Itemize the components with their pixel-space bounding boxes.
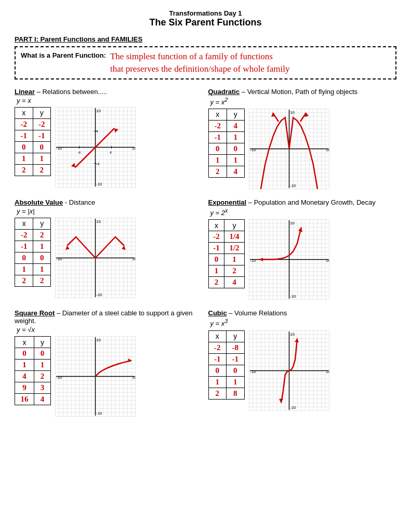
svg-text:10: 10 — [96, 109, 101, 113]
svg-text:10: 10 — [290, 110, 295, 115]
svg-text:-4: -4 — [77, 151, 81, 154]
exponential-title: Exponential – Population and Monetary Gr… — [208, 198, 397, 206]
def-text: The simplest function of a family of fun… — [110, 50, 290, 75]
quadratic-equation: y = x2 — [210, 97, 397, 106]
functions-grid: Linear – Relations between..... y = x xy… — [15, 88, 396, 417]
svg-text:10: 10 — [326, 369, 329, 374]
svg-text:-10: -10 — [96, 292, 102, 297]
svg-text:4: 4 — [110, 151, 112, 154]
svg-text:-4: -4 — [96, 162, 99, 166]
svg-text:4: 4 — [96, 129, 98, 133]
function-cubic: Cubic – Volume Relations y = x3 xy -2-8 … — [208, 309, 397, 417]
cubic-graph: 10 -10 10 -10 — [249, 330, 329, 411]
exponential-table: xy -21/4 -11/2 01 12 24 — [208, 219, 245, 288]
function-absolute: Absolute Value - Distance y = |x| xy -22… — [15, 198, 203, 300]
exponential-equation: y = 2x — [210, 207, 397, 217]
page-subtitle: Transformations Day 1 — [15, 9, 396, 17]
svg-text:10: 10 — [96, 338, 101, 342]
squareroot-graph: 10 -10 10 -10 — [55, 336, 136, 417]
absolute-equation: y = |x| — [17, 207, 203, 215]
cubic-equation: y = x3 — [210, 318, 397, 327]
function-quadratic: Quadratic – Vertical Motion, Path of fly… — [208, 88, 397, 189]
page-title: The Six Parent Functions — [15, 17, 396, 28]
linear-equation: y = x — [17, 97, 203, 104]
svg-text:-10: -10 — [290, 405, 296, 410]
svg-text:10: 10 — [290, 221, 295, 225]
svg-text:-10: -10 — [96, 411, 102, 416]
cubic-table: xy -2-8 -1-1 00 11 28 — [208, 330, 245, 400]
svg-text:10: 10 — [326, 148, 329, 152]
squareroot-content: xy 00 11 42 93 164 — [15, 336, 203, 417]
svg-text:-10: -10 — [290, 294, 296, 299]
exponential-content: xy -21/4 -11/2 01 12 24 — [208, 219, 397, 300]
exponential-graph: 10 -10 10 -10 — [249, 219, 329, 300]
part-header: PART I: Parent Functions and FAMILIES — [15, 35, 396, 43]
quadratic-content: xy -24 -11 00 11 24 — [208, 109, 397, 189]
linear-table: xy -2-2 -1-1 00 11 22 — [15, 107, 51, 176]
function-squareroot: Square Root – Diameter of a steel cable … — [15, 309, 203, 417]
svg-text:-10: -10 — [96, 182, 102, 187]
svg-text:10: 10 — [96, 219, 101, 224]
parent-definition-box: What is a Parent Function: The simplest … — [15, 46, 396, 79]
quadratic-graph: 10 -10 10 -10 — [249, 109, 329, 189]
svg-text:10: 10 — [326, 258, 329, 263]
svg-text:-10: -10 — [56, 146, 62, 151]
quadratic-table: xy -24 -11 00 11 24 — [208, 109, 245, 178]
svg-text:-10: -10 — [56, 375, 62, 380]
function-exponential: Exponential – Population and Monetary Gr… — [208, 198, 397, 300]
svg-text:-10: -10 — [250, 148, 256, 152]
def-label: What is a Parent Function: — [21, 51, 106, 59]
squareroot-title: Square Root – Diameter of a steel cable … — [15, 309, 203, 325]
absolute-graph: 10 -10 10 -10 — [55, 218, 136, 298]
absolute-table: xy -22 -11 00 11 22 — [15, 218, 51, 287]
quadratic-title: Quadratic – Vertical Motion, Path of fly… — [208, 88, 397, 96]
svg-text:10: 10 — [132, 375, 136, 380]
svg-text:10: 10 — [290, 332, 295, 337]
svg-text:-10: -10 — [290, 183, 296, 188]
svg-text:-10: -10 — [250, 369, 256, 374]
svg-text:-10: -10 — [250, 258, 256, 263]
page-header: Transformations Day 1 The Six Parent Fun… — [15, 9, 396, 28]
absolute-title: Absolute Value - Distance — [15, 198, 203, 206]
svg-text:10: 10 — [132, 257, 136, 261]
squareroot-equation: y = √x — [17, 326, 203, 334]
linear-graph: 10 -10 10 -10 -4 4 4 -4 — [55, 107, 136, 188]
svg-text:10: 10 — [132, 146, 136, 151]
linear-content: xy -2-2 -1-1 00 11 22 — [15, 107, 203, 188]
function-linear: Linear – Relations between..... y = x xy… — [15, 88, 203, 189]
cubic-content: xy -2-8 -1-1 00 11 28 — [208, 330, 397, 411]
svg-text:-10: -10 — [56, 257, 62, 261]
absolute-content: xy -22 -11 00 11 22 — [15, 218, 203, 298]
squareroot-table: xy 00 11 42 93 164 — [15, 336, 51, 405]
cubic-title: Cubic – Volume Relations — [208, 309, 397, 317]
linear-title: Linear – Relations between..... — [15, 88, 203, 96]
